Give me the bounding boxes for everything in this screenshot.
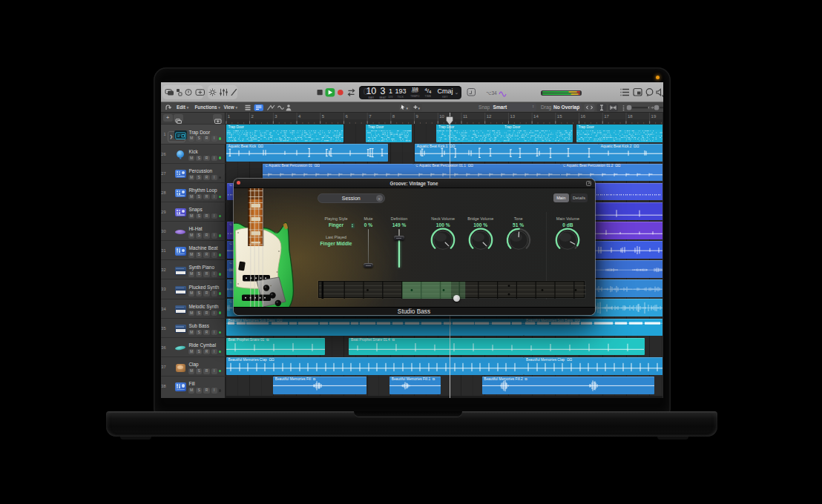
svg-text:13: 13	[510, 114, 516, 119]
svg-text:4: 4	[298, 114, 301, 119]
svg-text:17: 17	[604, 114, 609, 119]
svg-text:▾: ▾	[407, 105, 409, 110]
svg-text:1: 1	[228, 114, 231, 119]
svg-text:⌥34: ⌥34	[486, 90, 497, 96]
svg-text:11: 11	[463, 114, 468, 119]
svg-text:14: 14	[533, 114, 539, 119]
svg-text:18: 18	[628, 114, 633, 119]
svg-text:16: 16	[581, 114, 586, 119]
svg-text:10: 10	[439, 114, 444, 119]
svg-text:3: 3	[274, 114, 277, 119]
svg-text:▾: ▾	[418, 105, 421, 110]
svg-text:12: 12	[487, 114, 492, 119]
svg-text:19: 19	[651, 114, 657, 119]
svg-text:8: 8	[392, 114, 395, 119]
svg-text:6: 6	[346, 114, 349, 119]
svg-text:7: 7	[369, 114, 372, 119]
svg-text:2: 2	[251, 114, 254, 119]
svg-text:15: 15	[557, 114, 562, 119]
svg-text:5: 5	[322, 114, 325, 119]
svg-text:9: 9	[416, 114, 419, 119]
